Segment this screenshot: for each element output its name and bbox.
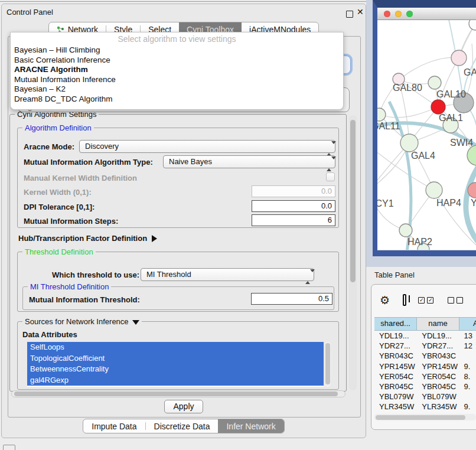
table-header-row: shared...nameA bbox=[374, 317, 476, 331]
combo-arrows-icon bbox=[327, 158, 331, 170]
table-row[interactable]: YER054CYER054C8. bbox=[374, 371, 476, 381]
node-label: GAL10 bbox=[436, 89, 466, 99]
table-row[interactable]: YPR145WYPR145W9. bbox=[374, 361, 476, 371]
node-table: shared...nameA YDL19...YDL19...13YDR27..… bbox=[374, 317, 476, 415]
collapsed-panel-chip[interactable] bbox=[3, 445, 15, 450]
network-node-gal10[interactable] bbox=[428, 76, 441, 89]
table-row[interactable]: YBR045CYBR045C9. bbox=[374, 381, 476, 392]
table-cell[interactable]: YDR27... bbox=[374, 341, 417, 351]
network-node-gal11[interactable] bbox=[377, 108, 386, 121]
table-cell[interactable]: 13 bbox=[459, 331, 476, 341]
combo-arrows-icon bbox=[305, 271, 310, 283]
manual-kernel-checkbox[interactable] bbox=[326, 172, 335, 181]
network-window-titlebar[interactable] bbox=[377, 8, 476, 20]
expand-arrow-icon bbox=[152, 235, 157, 242]
table-cell[interactable]: YBL079W bbox=[374, 392, 417, 402]
table-cell[interactable]: YLR345W bbox=[417, 402, 459, 412]
zoom-window-icon[interactable] bbox=[406, 11, 413, 17]
algorithm-option-dream8-dc-tdc-algorithm[interactable]: Dream8 DC_TDC Algorithm bbox=[11, 94, 343, 105]
algorithm-option-bayesian-hill-climbing[interactable]: Bayesian – Hill Climbing bbox=[11, 45, 343, 56]
table-cell[interactable]: 9. bbox=[459, 361, 476, 371]
threshold-definition-group: Threshold Definition Which threshold to … bbox=[17, 252, 339, 312]
data-attribute-item[interactable]: SelfLoops bbox=[27, 342, 324, 353]
table-cell[interactable]: 9. bbox=[459, 402, 476, 412]
network-node-hap4[interactable] bbox=[426, 182, 442, 198]
algorithm-option-basic-correlation-inference[interactable]: Basic Correlation Inference bbox=[11, 56, 343, 66]
table-row[interactable]: YBR043CYBR043C bbox=[374, 351, 476, 361]
table-row[interactable]: YDR27...YDR27...12 bbox=[374, 341, 476, 351]
table-cell[interactable]: YBL079W bbox=[417, 392, 459, 402]
algorithm-option-mutual-information-inference[interactable]: Mutual Information Inference bbox=[11, 75, 343, 85]
table-cell[interactable]: YBR045C bbox=[417, 381, 459, 392]
table-cell[interactable]: YBR043C bbox=[374, 351, 417, 361]
table-cell[interactable] bbox=[459, 351, 476, 361]
close-window-icon[interactable] bbox=[384, 11, 390, 17]
table-panel-title: Table Panel bbox=[374, 270, 415, 279]
tab-impute-data[interactable]: Impute Data bbox=[83, 419, 145, 433]
table-row[interactable]: YBL079WYBL079W bbox=[374, 392, 476, 402]
table-cell[interactable]: YPR145W bbox=[374, 361, 417, 371]
settings-hscroll-thumb[interactable] bbox=[14, 392, 338, 396]
network-node-gal1[interactable] bbox=[431, 100, 445, 114]
table-cell[interactable]: 12 bbox=[459, 341, 476, 351]
table-cell[interactable] bbox=[459, 392, 476, 402]
table-cell[interactable]: YBR045C bbox=[374, 381, 417, 392]
table-cell[interactable]: YER054C bbox=[417, 371, 459, 381]
bottom-tab-bar: Impute DataDiscretize DataInfer Network bbox=[83, 419, 284, 433]
mi-threshold-field[interactable]: 0.5 bbox=[251, 293, 332, 305]
node-label: Y bbox=[471, 198, 476, 208]
algorithm-option-aracne-algorithm[interactable]: ARACNE Algorithm bbox=[11, 65, 343, 75]
dpi-tolerance-field[interactable]: 0.0 bbox=[252, 200, 335, 212]
network-node-hap2[interactable] bbox=[399, 224, 412, 237]
list-scrollbar-thumb[interactable] bbox=[325, 343, 330, 384]
which-threshold-select[interactable]: MI Threshold bbox=[141, 268, 314, 281]
data-attribute-item[interactable]: BetweennessCentrality bbox=[27, 364, 324, 375]
apply-button[interactable]: Apply bbox=[164, 400, 203, 413]
network-node[interactable] bbox=[469, 20, 476, 30]
float-panel-icon[interactable] bbox=[346, 11, 353, 18]
hub-definition-expander[interactable]: Hub/Transcription Factor Definition bbox=[18, 234, 157, 243]
minimize-window-icon[interactable] bbox=[395, 11, 402, 17]
column-header-name[interactable]: name bbox=[417, 318, 459, 330]
table-row[interactable]: YLR345WYLR345W9. bbox=[374, 402, 476, 412]
group-title: MI Threshold Definition bbox=[28, 282, 111, 291]
network-node-swi4[interactable] bbox=[467, 145, 476, 165]
kernel-width-label: Kernel Width (0,1): bbox=[24, 188, 92, 197]
table-cell[interactable]: YDR27... bbox=[417, 341, 459, 351]
table-cell[interactable]: YDL19... bbox=[374, 331, 417, 341]
table-cell[interactable]: YPR145W bbox=[417, 361, 459, 371]
tab-infer-network[interactable]: Infer Network bbox=[218, 419, 283, 433]
network-node-gal4[interactable] bbox=[400, 134, 418, 152]
checked-boxes-icon[interactable]: ✓✓ bbox=[418, 297, 436, 304]
table-cell[interactable]: YLR345W bbox=[374, 402, 417, 412]
collapse-arrow-icon[interactable] bbox=[132, 320, 139, 325]
dpi-tolerance-label: DPI Tolerance [0,1]: bbox=[24, 203, 94, 211]
hub-definition-label: Hub/Transcription Factor Definition bbox=[18, 234, 147, 243]
network-canvas[interactable]: GALGAL80GAL10GAL1GAL11GAL4SWI4GCY1HAP4YH… bbox=[377, 20, 476, 250]
mi-type-select[interactable]: Naive Bayes bbox=[163, 155, 335, 168]
column-header-a[interactable]: A bbox=[459, 318, 476, 330]
column-header-shared[interactable]: shared... bbox=[374, 318, 417, 330]
network-node-gal[interactable] bbox=[451, 50, 467, 66]
unchecked-boxes-icon[interactable] bbox=[448, 297, 465, 304]
data-attribute-item[interactable]: TopologicalCoefficient bbox=[27, 353, 324, 364]
split-columns-icon[interactable] bbox=[403, 294, 406, 306]
tab-discretize-data[interactable]: Discretize Data bbox=[146, 419, 219, 433]
kernel-width-field[interactable]: 0.0 bbox=[252, 185, 335, 197]
data-attribute-item[interactable]: gal4RGexp bbox=[27, 375, 324, 386]
table-cell[interactable]: YER054C bbox=[374, 371, 417, 381]
table-cell[interactable]: YBR043C bbox=[417, 351, 459, 361]
network-view-window: GALGAL80GAL10GAL1GAL11GAL4SWI4GCY1HAP4YH… bbox=[373, 0, 476, 256]
settings-vscroll-thumb[interactable] bbox=[350, 120, 356, 282]
table-cell[interactable]: YDL19... bbox=[417, 331, 459, 341]
table-hscroll-thumb[interactable] bbox=[376, 415, 465, 420]
table-cell[interactable]: 8. bbox=[459, 371, 476, 381]
algorithm-option-bayesian-k2[interactable]: Bayesian – K2 bbox=[11, 84, 343, 94]
close-panel-icon[interactable]: ✕ bbox=[357, 7, 364, 17]
node-label: GAL1 bbox=[439, 113, 463, 123]
gear-icon[interactable]: ⚙ bbox=[380, 295, 390, 306]
mi-steps-field[interactable]: 6 bbox=[252, 214, 335, 226]
table-cell[interactable]: 9. bbox=[459, 381, 476, 392]
table-row[interactable]: YDL19...YDL19...13 bbox=[374, 331, 476, 341]
aracne-mode-select[interactable]: Discovery bbox=[79, 140, 335, 153]
